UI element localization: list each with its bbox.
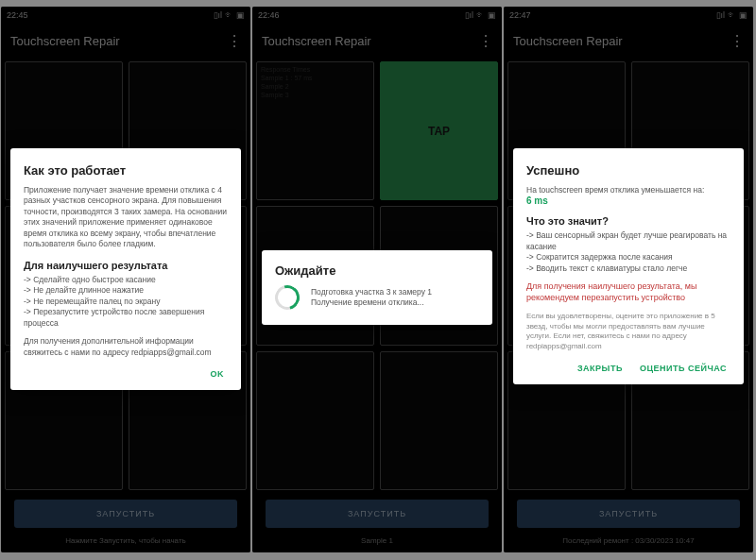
bullet: -> Не перемещайте палец по экрану <box>24 297 228 307</box>
how-it-works-dialog: Как это работает Приложение получает зна… <box>10 148 241 390</box>
dialog-title: Успешно <box>526 163 730 178</box>
rate-prompt: Если вы удовлетворены, оцените это прило… <box>526 312 730 352</box>
screen-1: 22:45 ▯ıl ᯤ ▣ Touchscreen Repair ⋮ ЗАПУС… <box>1 7 250 552</box>
result-value: 6 ms <box>526 195 730 206</box>
dialog-title: Как это работает <box>24 163 228 178</box>
dialog-message: Подготовка участка 3 к замеру 1 Получени… <box>311 287 432 309</box>
bullet: -> Сделайте одно быстрое касание <box>24 275 228 285</box>
success-dialog: Успешно На touchscreen время отклика уме… <box>513 148 744 384</box>
result-line: На touchscreen время отклика уменьшается… <box>526 185 730 195</box>
dialog-subtitle: Что это значит? <box>526 215 730 227</box>
bullet: -> Ваш сенсорный экран будет лучше реаги… <box>526 230 730 252</box>
screen-3: 22:47 ▯ıl ᯤ ▣ Touchscreen Repair ⋮ ЗАПУС… <box>504 7 753 552</box>
restart-warning: Для получения наилучшего результата, мы … <box>526 281 730 303</box>
dialog-contact: Для получения дополнительной информации … <box>24 336 228 358</box>
bullet: -> Сократится задержка после касания <box>526 252 730 263</box>
screen-2: 22:46 ▯ıl ᯤ ▣ Touchscreen Repair ⋮ Respo… <box>252 7 502 552</box>
rate-now-button[interactable]: ОЦЕНИТЬ СЕЙЧАС <box>640 364 727 373</box>
dialog-body: Приложение получает значение времени отк… <box>24 185 228 250</box>
dialog-title: Ожидайте <box>275 263 479 278</box>
bullet: -> Перезапустите устройство после заверш… <box>24 307 228 329</box>
progress-spinner-icon <box>270 280 304 314</box>
ok-button[interactable]: OK <box>211 369 225 379</box>
bullet: -> Вводить текст с клавиатуры стало легч… <box>526 263 730 274</box>
close-button[interactable]: ЗАКРЫТЬ <box>577 364 623 373</box>
bullet: -> Не делайте длинное нажатие <box>24 285 228 296</box>
dialog-subtitle: Для наилучшего результата <box>24 260 228 271</box>
wait-dialog: Ожидайте Подготовка участка 3 к замеру 1… <box>262 250 492 325</box>
